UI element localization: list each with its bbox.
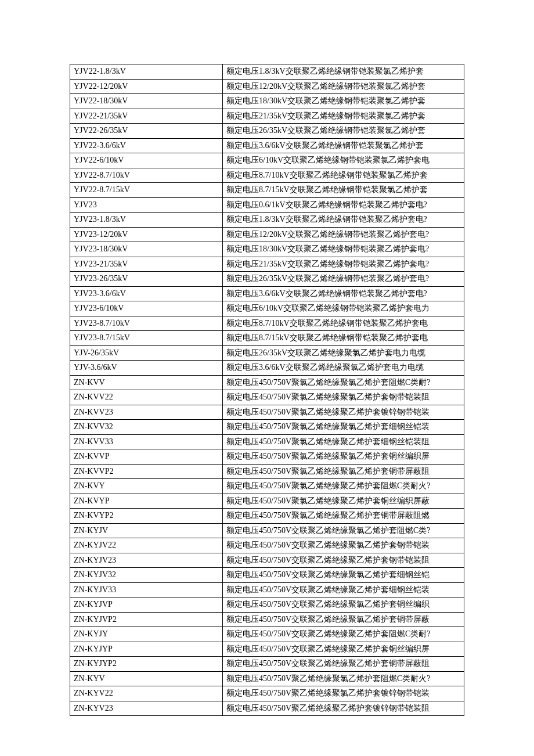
table-row: ZN-KYJV33额定电压450/750V交联聚乙烯绝缘聚乙烯护套细钢丝铠装 [70,582,464,597]
cell-code: ZN-KYJVP [70,597,223,613]
cell-description: 额定电压450/750V交联聚乙烯绝缘聚氯乙烯护套阻燃C类? [223,523,464,538]
table-row: YJV22-12/20kV额定电压12/20kV交联聚乙烯绝缘钢带铠装聚氯乙烯护… [70,79,464,94]
cell-description: 额定电压450/750V聚乙烯绝缘聚氯乙烯护套阻燃C类耐火? [223,671,464,686]
table-row: ZN-KVVP额定电压450/750V聚氯乙烯绝缘聚氯乙烯护套铜丝编织屏 [70,449,464,465]
cell-code: ZN-KVYP [70,494,223,509]
table-row: YJV23-3.6/6kV额定电压3.6/6kV交联聚乙烯绝缘钢带铠装聚乙烯护套… [70,286,464,301]
cell-code: ZN-KYJV [70,523,223,538]
table-row: ZN-KYV额定电压450/750V聚乙烯绝缘聚氯乙烯护套阻燃C类耐火? [70,671,464,686]
cell-description: 额定电压3.6/6kV交联聚乙烯绝缘钢带铠装聚氯乙烯护套 [223,138,464,153]
cell-code: ZN-KVV33 [70,434,223,449]
cell-description: 额定电压450/750V交联聚乙烯绝缘聚氯乙烯护套细钢丝铠 [223,568,464,583]
cell-code: YJV23-1.8/3kV [70,213,223,228]
table-row: YJV22-8.7/10kV额定电压8.7/10kV交联聚乙烯绝缘钢带铠装聚氯乙… [70,168,464,183]
cell-description: 额定电压450/750V聚氯乙烯绝缘聚氯乙烯护套铜丝编织屏 [223,449,464,465]
cell-description: 额定电压26/35kV交联聚乙烯绝缘钢带铠装聚氯乙烯护套 [223,124,464,139]
table-row: YJV23-6/10kV额定电压6/10kV交联聚乙烯绝缘钢带铠装聚乙烯护套电力 [70,301,464,316]
cell-code: YJV22-3.6/6kV [70,138,223,153]
cell-code: ZN-KYJV33 [70,582,223,597]
cell-code: ZN-KYJYP2 [70,657,223,672]
cell-description: 额定电压450/750V聚氯乙烯绝缘聚乙烯护套铜带屏蔽阻燃 [223,509,464,524]
table-row: ZN-KYJV额定电压450/750V交联聚乙烯绝缘聚氯乙烯护套阻燃C类? [70,523,464,538]
cell-code: ZN-KVV [70,375,223,390]
cell-description: 额定电压450/750V聚氯乙烯绝缘聚乙烯护套阻燃C类耐火? [223,479,464,494]
cell-description: 额定电压450/750V聚氯乙烯绝缘聚氯乙烯护套细钢丝铠装 [223,420,464,435]
cell-description: 额定电压26/35kV交联聚乙烯绝缘钢带铠装聚乙烯护套电? [223,272,464,287]
cell-code: YJV23-6/10kV [70,301,223,316]
spec-table: YJV22-1.8/3kV额定电压1.8/3kV交联聚乙烯绝缘钢带铠装聚氯乙烯护… [70,64,464,716]
table-row: ZN-KVV23额定电压450/750V聚氯乙烯绝缘聚乙烯护套镀锌钢带铠装 [70,405,464,420]
cell-description: 额定电压8.7/10kV交联聚乙烯绝缘钢带铠装聚乙烯护套电 [223,316,464,331]
cell-code: ZN-KYJVP2 [70,612,223,627]
table-row: ZN-KYJV32额定电压450/750V交联聚乙烯绝缘聚氯乙烯护套细钢丝铠 [70,568,464,583]
cell-description: 额定电压8.7/15kV交联聚乙烯绝缘钢带铠装聚乙烯护套电 [223,331,464,346]
table-row: ZN-KYJV23额定电压450/750V交联聚乙烯绝缘聚乙烯护套钢带铠装阻 [70,553,464,568]
table-row: ZN-KYV22额定电压450/750V聚乙烯绝缘聚氯乙烯护套镀锌钢带铠装 [70,686,464,701]
table-row: ZN-KYJYP2额定电压450/750V交联聚乙烯绝缘聚乙烯护套铜带屏蔽阻 [70,657,464,672]
table-row: YJV23-8.7/15kV额定电压8.7/15kV交联聚乙烯绝缘钢带铠装聚乙烯… [70,331,464,346]
cell-description: 额定电压450/750V聚氯乙烯绝缘聚氯乙烯护套钢带铠装阻 [223,390,464,405]
cell-code: YJV23-3.6/6kV [70,286,223,301]
table-row: ZN-KVV33额定电压450/750V聚氯乙烯绝缘聚乙烯护套细钢丝铠装阻 [70,434,464,449]
cell-description: 额定电压450/750V聚氯乙烯绝缘聚乙烯护套镀锌钢带铠装 [223,405,464,420]
cell-description: 额定电压450/750V聚氯乙烯绝缘聚乙烯护套细钢丝铠装阻 [223,434,464,449]
cell-code: ZN-KVV22 [70,390,223,405]
cell-code: ZN-KVV23 [70,405,223,420]
cell-code: ZN-KYJV23 [70,553,223,568]
table-row: ZN-KYJYP额定电压450/750V交联聚乙烯绝缘聚乙烯护套铜丝编织屏 [70,642,464,657]
cell-description: 额定电压1.8/3kV交联聚乙烯绝缘钢带铠装聚氯乙烯护套 [223,64,464,80]
cell-code: ZN-KYJV32 [70,568,223,583]
cell-description: 额定电压6/10kV交联聚乙烯绝缘钢带铠装聚氯乙烯护套电 [223,153,464,168]
cell-description: 额定电压450/750V交联聚乙烯绝缘聚乙烯护套铜带屏蔽阻 [223,657,464,672]
cell-code: YJV23-18/30kV [70,242,223,257]
cell-description: 额定电压450/750V交联聚乙烯绝缘聚氯乙烯护套铜丝编织 [223,597,464,613]
table-row: YJV22-3.6/6kV额定电压3.6/6kV交联聚乙烯绝缘钢带铠装聚氯乙烯护… [70,138,464,153]
cell-description: 额定电压450/750V交联聚乙烯绝缘聚氯乙烯护套铜带屏蔽 [223,612,464,627]
cell-code: ZN-KYJY [70,627,223,642]
table-row: YJV23额定电压0.6/1kV交联聚乙烯绝缘钢带铠装聚乙烯护套电? [70,197,464,213]
table-row: YJV23-12/20kV额定电压12/20kV交联聚乙烯绝缘钢带铠装聚乙烯护套… [70,227,464,242]
cell-description: 额定电压450/750V交联聚乙烯绝缘聚乙烯护套铜丝编织屏 [223,642,464,657]
cell-code: YJV23-8.7/15kV [70,331,223,346]
cell-description: 额定电压1.8/3kV交联聚乙烯绝缘钢带铠装聚乙烯护套电? [223,213,464,228]
table-row: ZN-KYJV22额定电压450/750V交联聚乙烯绝缘聚氯乙烯护套钢带铠装 [70,538,464,553]
cell-description: 额定电压21/35kV交联聚乙烯绝缘钢带铠装聚乙烯护套电? [223,257,464,272]
cell-code: YJV23-21/35kV [70,257,223,272]
cell-description: 额定电压450/750V交联聚乙烯绝缘聚乙烯护套细钢丝铠装 [223,582,464,597]
cell-code: ZN-KVYP2 [70,509,223,524]
cell-code: ZN-KVVP [70,449,223,465]
cell-code: ZN-KYV [70,671,223,686]
cell-code: YJV22-6/10kV [70,153,223,168]
cell-description: 额定电压450/750V交联聚乙烯绝缘聚乙烯护套阻燃C类耐? [223,627,464,642]
table-row: YJV23-1.8/3kV额定电压1.8/3kV交联聚乙烯绝缘钢带铠装聚乙烯护套… [70,213,464,228]
cell-code: YJV23-12/20kV [70,227,223,242]
table-row: YJV22-21/35kV额定电压21/35kV交联聚乙烯绝缘钢带铠装聚氯乙烯护… [70,109,464,124]
cell-code: YJV22-12/20kV [70,79,223,94]
document-page: YJV22-1.8/3kV额定电压1.8/3kV交联聚乙烯绝缘钢带铠装聚氯乙烯护… [0,0,534,756]
table-row: YJV22-26/35kV额定电压26/35kV交联聚乙烯绝缘钢带铠装聚氯乙烯护… [70,124,464,139]
cell-code: ZN-KYJV22 [70,538,223,553]
table-row: YJV22-18/30kV额定电压18/30kV交联聚乙烯绝缘钢带铠装聚氯乙烯护… [70,94,464,109]
cell-code: ZN-KVV32 [70,420,223,435]
cell-code: YJV22-26/35kV [70,124,223,139]
cell-code: YJV23-8.7/10kV [70,316,223,331]
cell-code: ZN-KVY [70,479,223,494]
table-row: YJV22-8.7/15kV额定电压8.7/15kV交联聚乙烯绝缘钢带铠装聚氯乙… [70,183,464,198]
table-row: YJV-26/35kV额定电压26/35kV交联聚乙烯绝缘聚氯乙烯护套电力电缆 [70,345,464,361]
table-row: YJV23-8.7/10kV额定电压8.7/10kV交联聚乙烯绝缘钢带铠装聚乙烯… [70,316,464,331]
cell-description: 额定电压21/35kV交联聚乙烯绝缘钢带铠装聚氯乙烯护套 [223,109,464,124]
cell-description: 额定电压12/20kV交联聚乙烯绝缘钢带铠装聚氯乙烯护套 [223,79,464,94]
cell-description: 额定电压450/750V交联聚乙烯绝缘聚乙烯护套钢带铠装阻 [223,553,464,568]
cell-description: 额定电压3.6/6kV交联聚乙烯绝缘聚氯乙烯护套电力电缆 [223,361,464,376]
cell-description: 额定电压450/750V聚氯乙烯绝缘聚氯乙烯护套阻燃C类耐? [223,375,464,390]
table-row: ZN-KVVP2额定电压450/750V聚氯乙烯绝缘聚氯乙烯护套铜带屏蔽阻 [70,464,464,479]
cell-description: 额定电压450/750V聚乙烯绝缘聚氯乙烯护套镀锌钢带铠装 [223,686,464,701]
cell-description: 额定电压12/20kV交联聚乙烯绝缘钢带铠装聚乙烯护套电? [223,227,464,242]
cell-code: YJV23 [70,197,223,213]
table-row: ZN-KVYP额定电压450/750V聚氯乙烯绝缘聚乙烯护套铜丝编织屏蔽 [70,494,464,509]
cell-code: YJV23-26/35kV [70,272,223,287]
table-row: ZN-KVV额定电压450/750V聚氯乙烯绝缘聚氯乙烯护套阻燃C类耐? [70,375,464,390]
cell-description: 额定电压18/30kV交联聚乙烯绝缘钢带铠装聚乙烯护套电? [223,242,464,257]
table-row: YJV-3.6/6kV额定电压3.6/6kV交联聚乙烯绝缘聚氯乙烯护套电力电缆 [70,361,464,376]
cell-description: 额定电压450/750V聚氯乙烯绝缘聚氯乙烯护套铜带屏蔽阻 [223,464,464,479]
